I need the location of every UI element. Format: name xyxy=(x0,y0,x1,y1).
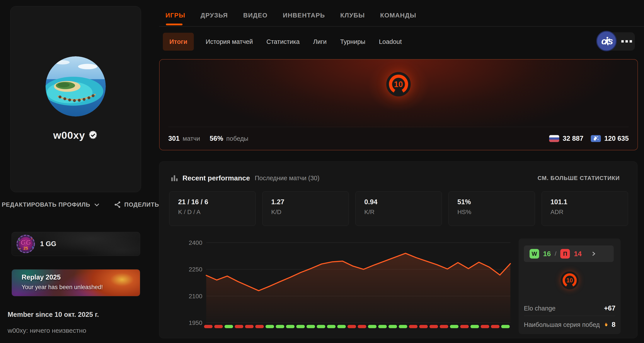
share-label: ПОДЕЛИТЬСЯ xyxy=(124,201,161,208)
gg-banner[interactable]: GG 25 1 GG xyxy=(12,232,140,256)
chevron-down-icon xyxy=(93,201,100,208)
svg-text:s: s xyxy=(608,36,613,46)
replay-banner-title: Replay 2025 xyxy=(22,273,60,281)
stat-box-hs: 51% HS% xyxy=(448,191,535,226)
top-nav: ИГРЫ ДРУЗЬЯ ВИДЕО ИНВЕНТАРЬ КЛУБЫ КОМАНД… xyxy=(159,8,644,22)
nav-divider xyxy=(159,26,644,27)
verified-badge-icon xyxy=(88,131,98,140)
wins-badge: W xyxy=(530,249,539,258)
more-games-button[interactable] xyxy=(621,40,632,43)
elo-history-chart: 2400225021001950 xyxy=(169,236,512,332)
win-loss-box[interactable]: W 16 / П 14 xyxy=(524,245,614,262)
losses-badge: П xyxy=(560,249,570,258)
skill-level-value: 10 xyxy=(394,80,403,89)
subtab-leagues[interactable]: Лиги xyxy=(311,38,328,45)
stat-box-kr: 0.94 K/R xyxy=(355,191,442,226)
sub-nav: Итоги История матчей Статистика Лиги Тур… xyxy=(159,33,595,51)
replay-2025-banner[interactable]: Replay 2025 Your year has been unleashed… xyxy=(12,269,140,296)
svg-text:2100: 2100 xyxy=(189,293,202,299)
share-icon xyxy=(114,201,121,208)
wl-separator: / xyxy=(555,250,556,257)
country-rank: 32 887 xyxy=(549,135,584,143)
russia-flag-icon xyxy=(549,135,559,142)
faceit-profile-page: w00xy РЕДАКТИРОВАТЬ ПРОФИЛЬ ПОДЕЛИТЬСЯ xyxy=(0,0,644,343)
share-button[interactable]: ПОДЕЛИТЬСЯ xyxy=(114,201,161,208)
chart-y-axis-labels: 2400225021001950 xyxy=(189,239,202,326)
elo-stats-row: 301 матчи 56% победы 32 887 xyxy=(168,127,629,150)
elo-change-row: Elo change +67 xyxy=(524,303,616,313)
recent-performance-card: Recent performance Последние матчи (30) … xyxy=(159,161,638,338)
stat-box-kda: 21 / 16 / 6 K / D / A xyxy=(169,191,256,226)
svg-text:2250: 2250 xyxy=(189,266,202,273)
kda-label: K / D / A xyxy=(178,209,256,216)
svg-text:2400: 2400 xyxy=(189,239,202,246)
region-rank-value: 120 635 xyxy=(604,135,629,143)
tab-teams[interactable]: КОМАНДЫ xyxy=(380,12,416,19)
tab-games[interactable]: ИГРЫ xyxy=(166,12,185,19)
subtab-loadout[interactable]: Loadout xyxy=(377,38,404,45)
subtab-match-history[interactable]: История матчей xyxy=(204,38,255,45)
kd-label: K/D xyxy=(271,209,348,216)
elo-summary-card: 10 2 282 301 матчи 56% победы 32 887 xyxy=(159,59,638,150)
recent-performance-subtitle: Последние матчи (30) xyxy=(255,175,320,182)
more-icon xyxy=(621,40,624,43)
region-rank: 120 635 xyxy=(591,135,629,143)
edit-profile-label: РЕДАКТИРОВАТЬ ПРОФИЛЬ xyxy=(2,201,90,208)
tab-friends[interactable]: ДРУЗЬЯ xyxy=(200,12,228,19)
adr-label: ADR xyxy=(550,209,628,216)
bar-chart-icon xyxy=(170,174,178,182)
cs2-game-icon[interactable]: c s xyxy=(596,31,617,52)
recent-performance-title: Recent performance xyxy=(182,174,250,182)
subtab-statistics[interactable]: Статистика xyxy=(265,38,301,45)
win-loss-dashes xyxy=(204,325,510,328)
recent-performance-header: Recent performance Последние матчи (30) … xyxy=(170,174,620,182)
svg-text:25: 25 xyxy=(23,246,28,250)
stat-box-adr: 101.1 ADR xyxy=(542,191,628,226)
wins-count: 16 xyxy=(543,250,551,258)
matches-value: 301 xyxy=(168,135,180,143)
elo-change-label: Elo change xyxy=(524,305,556,312)
tab-inventory[interactable]: ИНВЕНТАРЬ xyxy=(283,12,325,19)
skill-level-icon-small: 10 xyxy=(560,271,579,289)
hs-label: HS% xyxy=(458,209,535,216)
europe-region-icon xyxy=(591,135,601,142)
tab-clubs[interactable]: КЛУБЫ xyxy=(340,12,365,19)
tab-videos[interactable]: ВИДЕО xyxy=(243,12,268,19)
kd-value: 1.27 xyxy=(271,198,348,206)
elo-change-value: +67 xyxy=(604,304,616,312)
profile-status-text: w00xy: ничего неизвестно xyxy=(8,327,86,334)
matches-stat: 301 матчи xyxy=(168,135,200,143)
see-more-stats-link[interactable]: СМ. БОЛЬШЕ СТАТИСТИКИ xyxy=(538,175,620,182)
win-streak-value: 8 xyxy=(612,321,616,328)
losses-count: 14 xyxy=(574,250,582,258)
recent-summary-panel: W 16 / П 14 10 Elo change +67 xyxy=(519,238,621,334)
gg-banner-label: 1 GG xyxy=(40,240,56,248)
avatar-island-image xyxy=(46,56,106,117)
username-row: w00xy xyxy=(10,129,140,141)
stat-box-kd: 1.27 K/D xyxy=(262,191,349,226)
edit-profile-button[interactable]: РЕДАКТИРОВАТЬ ПРОФИЛЬ xyxy=(2,201,100,208)
subtab-tournaments[interactable]: Турниры xyxy=(338,38,367,45)
avatar[interactable] xyxy=(46,56,106,117)
recent-stat-boxes: 21 / 16 / 6 K / D / A 1.27 K/D 0.94 K/R … xyxy=(169,191,628,226)
adr-value: 101.1 xyxy=(550,198,628,206)
gg-badge-icon: GG 25 xyxy=(16,234,35,253)
svg-text:1950: 1950 xyxy=(189,319,202,326)
svg-text:GG: GG xyxy=(20,239,31,246)
matches-label: матчи xyxy=(183,135,200,142)
hs-value: 51% xyxy=(458,198,535,206)
svg-text:10: 10 xyxy=(566,277,573,284)
summary-divider xyxy=(524,316,616,316)
profile-actions: РЕДАКТИРОВАТЬ ПРОФИЛЬ ПОДЕЛИТЬСЯ xyxy=(2,198,161,211)
replay-banner-subtitle: Your year has been unleashed! xyxy=(22,284,103,291)
kr-label: K/R xyxy=(364,209,442,216)
win-streak-label: Наибольшая серия побед xyxy=(524,321,600,328)
member-since-text: Member since 10 окт. 2025 г. xyxy=(8,311,99,318)
kr-value: 0.94 xyxy=(364,198,442,206)
winrate-value: 56% xyxy=(210,135,223,143)
winrate-stat: 56% победы xyxy=(210,135,248,143)
username: w00xy xyxy=(53,129,85,141)
subtab-overview[interactable]: Итоги xyxy=(163,33,194,51)
country-rank-value: 32 887 xyxy=(563,135,584,143)
win-streak-row: Наибольшая серия побед 8 xyxy=(524,320,616,329)
